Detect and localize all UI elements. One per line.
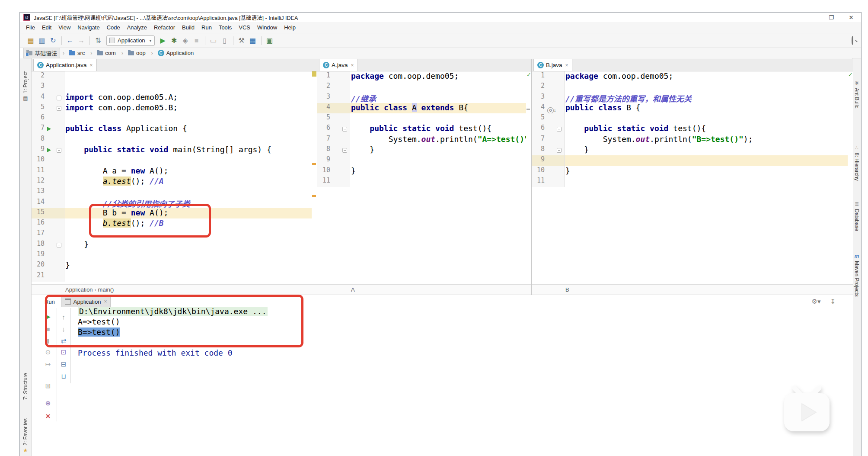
breadcrumb-item-src[interactable]: src (66, 48, 88, 58)
screenshot-icon[interactable]: ⊙ (43, 347, 53, 357)
code-row: 10} (317, 166, 531, 177)
search-icon (852, 36, 853, 45)
soft-wrap-icon[interactable]: ⇄ (58, 336, 69, 346)
menu-item-navigate[interactable]: Navigate (74, 22, 103, 33)
tab-a-java[interactable]: CA.java× (319, 59, 358, 71)
menu-item-refactor[interactable]: Refactor (150, 22, 179, 33)
clear-all-icon[interactable]: ⊔ (58, 371, 69, 382)
back-icon[interactable]: ← (64, 35, 76, 46)
fold-icon[interactable] (342, 148, 347, 153)
run-icon[interactable]: ▶ (157, 35, 169, 46)
fold-icon[interactable] (57, 96, 61, 100)
menu-item-edit[interactable]: Edit (38, 22, 55, 33)
device-icon[interactable]: ▣ (264, 35, 275, 46)
fold-icon[interactable] (57, 148, 61, 153)
run-tab-close-icon[interactable]: × (104, 299, 107, 305)
tab-close-icon[interactable]: × (351, 62, 354, 68)
project-structure-icon[interactable]: ▦ (247, 35, 258, 46)
gutter: 5 (317, 113, 350, 124)
menu-item-analyze[interactable]: Analyze (124, 22, 150, 33)
menu-item-run[interactable]: Run (198, 22, 215, 33)
up-stack-icon[interactable]: ↑ (58, 311, 69, 322)
tab-application-java[interactable]: CApplication.java× (33, 59, 97, 71)
fold-icon[interactable] (557, 127, 562, 132)
tab-label: B.java (546, 62, 562, 68)
sidebar-item-structure[interactable]: 7: Structure (20, 373, 31, 400)
editor-breadcrumb-item[interactable]: main() (98, 286, 114, 293)
menu-item-view[interactable]: View (55, 22, 74, 33)
gutter: 4 (317, 103, 350, 113)
code-row: 2 (532, 82, 853, 92)
fold-icon[interactable] (342, 127, 347, 132)
settings-wrench-icon[interactable]: ⚒ (236, 35, 247, 46)
search-everywhere-button[interactable] (852, 37, 853, 45)
hide-icon[interactable]: ↧ (830, 298, 836, 305)
menu-item-vcs[interactable]: VCS (235, 22, 254, 33)
save-all-icon[interactable]: ▥ (36, 35, 48, 46)
stop-icon[interactable]: ■ (43, 324, 53, 334)
close-button[interactable]: ✕ (841, 13, 861, 22)
menu-item-code[interactable]: Code (103, 22, 124, 33)
sidebar-item-project[interactable]: 1: Project ▤ (20, 71, 31, 101)
code-line (64, 82, 317, 92)
editor-breadcrumb-item[interactable]: A (351, 286, 355, 293)
sort-icon[interactable]: ⇅ (93, 35, 104, 46)
menu-item-tools[interactable]: Tools (215, 22, 235, 33)
editor-breadcrumb-item[interactable]: Application (65, 286, 93, 293)
menu-item-file[interactable]: File (22, 22, 38, 33)
fold-icon[interactable] (57, 106, 61, 111)
rerun-icon[interactable]: ▶ (43, 311, 53, 322)
sidebar-item-ant-build[interactable]: ※Ant Build (852, 80, 861, 109)
sidebar-item-favorites[interactable]: 2: Favorites ★ (20, 418, 31, 453)
tool-icon-2[interactable]: ▯ (219, 35, 230, 46)
gear-icon[interactable]: ⚙▾ (811, 298, 820, 305)
run-line-icon[interactable] (47, 148, 51, 152)
sidebar-item-database[interactable]: ≣Database (852, 201, 861, 231)
sidebar-item-8-hierarchy[interactable]: ∴8: Hierarchy (852, 145, 861, 181)
console-line: D:\Environment\jdk8\jdk\bin\java.exe ... (78, 306, 844, 317)
breadcrumb-item-item[interactable]: 基础语法 (23, 48, 60, 58)
tab-b-java[interactable]: CB.java× (533, 59, 572, 71)
sync-icon[interactable]: ↻ (48, 35, 59, 46)
editor-body[interactable]: 1package com.oop.demo05;23//重写都是方法的重写，和属… (532, 71, 853, 284)
tab-close-icon[interactable]: × (90, 62, 93, 68)
tab-label: A.java (332, 62, 348, 68)
menu-item-window[interactable]: Window (254, 22, 281, 33)
tab-close-icon[interactable]: × (565, 62, 568, 68)
breadcrumb-item-application[interactable]: CApplication (155, 48, 197, 58)
import-console-icon[interactable]: ⊡ (58, 347, 69, 357)
fold-icon[interactable] (57, 243, 61, 247)
run-config-combo[interactable]: Application▾ (106, 35, 155, 46)
code-line: } (64, 240, 317, 250)
open-icon[interactable]: ▤ (25, 35, 36, 46)
editor-breadcrumb-item[interactable]: B (565, 286, 569, 293)
menu-item-build[interactable]: Build (179, 22, 198, 33)
stop-icon[interactable]: ■ (191, 35, 202, 46)
restore-button[interactable]: ❐ (821, 13, 841, 22)
print-icon[interactable]: ⊟ (58, 359, 69, 369)
breadcrumb-item-oop[interactable]: oop (125, 48, 149, 58)
sidebar-item-maven-projects[interactable]: mMaven Projects (852, 253, 861, 297)
close-icon[interactable]: × (43, 411, 53, 421)
breadcrumb-item-com[interactable]: com (94, 48, 119, 58)
debug-icon[interactable]: ✱ (169, 35, 180, 46)
run-tab-application[interactable]: Application × (61, 296, 111, 307)
fold-icon[interactable] (557, 148, 562, 153)
menu-item-help[interactable]: Help (281, 22, 299, 33)
console-output[interactable]: D:\Environment\jdk8\jdk\bin\java.exe ...… (78, 306, 844, 456)
restore-layout-icon[interactable]: ⊞ (43, 381, 53, 391)
editor-body[interactable]: 1package com.oop.demo05;23//继承4public cl… (317, 71, 531, 284)
coverage-icon[interactable]: ◈ (180, 35, 191, 46)
exit-icon[interactable]: ↦ (43, 359, 53, 369)
tool-icon-1[interactable]: ▭ (208, 35, 219, 46)
pause-icon[interactable]: ‖ (43, 336, 53, 346)
chevron-right-icon: › (90, 50, 92, 56)
pin-icon[interactable]: ⊕ (43, 398, 53, 408)
run-tool-window: Run Application × ⚙▾↧ ▶■‖⊙↦⊞⊕× ↑↓⇄⊡⊟⊔ D:… (32, 295, 853, 456)
minimize-button[interactable]: — (801, 13, 821, 22)
down-stack-icon[interactable]: ↓ (58, 324, 69, 334)
line-number: 17 (32, 229, 45, 237)
editor-body[interactable]: 234import com.oop.demo05.A;5import com.o… (32, 71, 317, 284)
forward-icon[interactable]: → (76, 35, 87, 46)
run-line-icon[interactable] (47, 127, 51, 131)
